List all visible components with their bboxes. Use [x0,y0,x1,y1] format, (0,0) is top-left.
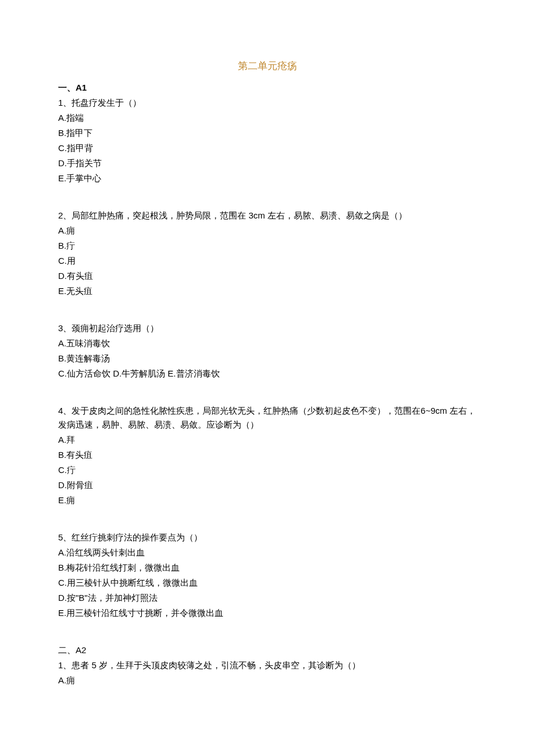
option: C.用 [58,254,477,268]
option: D.按"B"法，并加神灯照法 [58,591,477,605]
option: E.用三棱针沿红线寸寸挑断，并令微微出血 [58,606,477,620]
question-text: 4、发于皮肉之间的急性化脓性疾患，局部光软无头，红肿热痛（少数初起皮色不变），范… [58,404,477,432]
option: E.手掌中心 [58,171,477,185]
option-inline: C.仙方活命饮 D.牛芳解肌汤 E.普济消毒饮 [58,367,477,381]
option: D.有头疽 [58,269,477,283]
section-a2-header: 二、A2 [58,643,477,657]
option: B.指甲下 [58,126,477,140]
option: B.疔 [58,239,477,253]
option: A.拜 [58,433,477,447]
option: A.沿红线两头针刺出血 [58,546,477,560]
question-text: 1、托盘疗发生于（） [58,96,477,110]
question-block: 5、红丝疔挑刺疗法的操作要点为（） A.沿红线两头针刺出血 B.梅花针沿红线打刺… [58,531,477,620]
question-block: 1、托盘疗发生于（） A.指端 B.指甲下 C.指甲背 D.手指关节 E.手掌中… [58,96,477,185]
option: D.附骨疽 [58,478,477,492]
question-text: 2、局部红肿热痛，突起根浅，肿势局限，范围在 3cm 左右，易脓、易溃、易敛之病… [58,209,477,223]
question-block: 2、局部红肿热痛，突起根浅，肿势局限，范围在 3cm 左右，易脓、易溃、易敛之病… [58,209,477,298]
document-title: 第二单元疮疡 [58,58,477,74]
option: A.五味消毒饮 [58,336,477,350]
question-block: 1、患者 5 岁，生拜于头顶皮肉较薄之处，引流不畅，头皮串空，其诊断为（） A.… [58,658,477,687]
option: A.痈 [58,224,477,238]
question-block: 3、颈痈初起治疗选用（） A.五味消毒饮 B.黄连解毒汤 C.仙方活命饮 D.牛… [58,321,477,381]
option: D.手指关节 [58,156,477,170]
question-text: 5、红丝疔挑刺疗法的操作要点为（） [58,531,477,544]
option: C.疔 [58,463,477,477]
question-block: 4、发于皮肉之间的急性化脓性疾患，局部光软无头，红肿热痛（少数初起皮色不变），范… [58,404,477,507]
option: E.无头疽 [58,284,477,298]
option: B.黄连解毒汤 [58,352,477,366]
option: B.梅花针沿红线打刺，微微出血 [58,561,477,575]
option: B.有头疽 [58,448,477,462]
option: C.指甲背 [58,141,477,155]
section-a1-header: 一、A1 [58,81,477,95]
option: C.用三棱针从中挑断红线，微微出血 [58,576,477,590]
option: A.痈 [58,673,477,687]
question-text: 3、颈痈初起治疗选用（） [58,321,477,335]
question-text: 1、患者 5 岁，生拜于头顶皮肉较薄之处，引流不畅，头皮串空，其诊断为（） [58,658,477,672]
option: E.痈 [58,493,477,507]
option: A.指端 [58,111,477,125]
